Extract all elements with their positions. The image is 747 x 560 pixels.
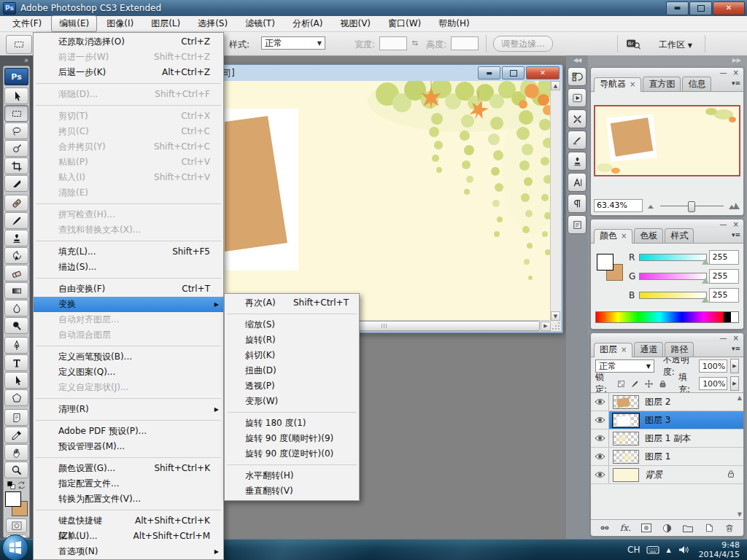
shape-tool[interactable] bbox=[4, 389, 28, 406]
channel-value[interactable]: 255 bbox=[709, 269, 740, 284]
panel-close-icon[interactable]: × bbox=[733, 334, 739, 342]
panel-minimize-icon[interactable]: — bbox=[720, 334, 727, 342]
zoom-out-icon[interactable] bbox=[647, 202, 656, 209]
edit-menu-item-16[interactable]: 填充(L)... Shift+F5 ▶ bbox=[34, 244, 223, 260]
layers-tab-0[interactable]: 图层× bbox=[594, 343, 632, 357]
brush-tool[interactable] bbox=[4, 212, 28, 229]
layer-thumbnail[interactable] bbox=[613, 395, 639, 409]
edit-menu-item-2[interactable]: 后退一步(K) Alt+Ctrl+Z ▶ bbox=[34, 65, 223, 80]
blur-tool[interactable] bbox=[4, 300, 28, 316]
width-input[interactable] bbox=[379, 36, 407, 50]
layer-comps[interactable] bbox=[568, 215, 587, 234]
edit-menu-item-37[interactable]: 键盘快捷键(Z)... Alt+Shift+Ctrl+K ▶ bbox=[34, 513, 223, 529]
zoom-tool[interactable] bbox=[4, 462, 28, 478]
panel-close-icon[interactable]: × bbox=[733, 69, 739, 77]
clock[interactable]: 9:48 2014/4/15 bbox=[699, 540, 740, 559]
type-tool[interactable] bbox=[4, 354, 28, 371]
layer-thumbnail[interactable] bbox=[613, 413, 639, 427]
panel-minimize-icon[interactable]: — bbox=[720, 69, 727, 77]
transform-item-5[interactable]: 扭曲(D) ▶ bbox=[225, 363, 359, 378]
dodge-tool[interactable] bbox=[4, 317, 28, 334]
start-button[interactable] bbox=[1, 534, 29, 560]
actions[interactable] bbox=[568, 88, 587, 107]
hand-tool[interactable] bbox=[4, 444, 28, 461]
style-select[interactable]: 正常▼ bbox=[261, 36, 325, 50]
new-group-icon[interactable] bbox=[681, 522, 694, 534]
layer-row-0[interactable]: 图层 2 bbox=[591, 393, 743, 411]
color-spectrum-ramp[interactable] bbox=[595, 311, 739, 323]
edit-menu-item-1[interactable]: 前进一步(W) Shift+Ctrl+Z ▶ bbox=[34, 50, 223, 65]
dock-collapse-icon[interactable]: ▶▶ bbox=[588, 55, 747, 65]
visibility-toggle[interactable] bbox=[591, 393, 609, 411]
channel-slider[interactable] bbox=[639, 254, 707, 261]
edit-menu-item-30[interactable]: Adobe PDF 预设(P)... ▶ bbox=[34, 424, 223, 439]
edit-menu-item-28[interactable]: 清理(R) ▶ bbox=[34, 402, 223, 417]
layer-row-2[interactable]: 图层 1 副本 bbox=[591, 429, 743, 448]
channel-slider[interactable] bbox=[639, 273, 707, 280]
layers-tab-1[interactable]: 通道× bbox=[634, 342, 663, 357]
menubar-item-3[interactable]: 图层(L) bbox=[143, 15, 188, 32]
bridge-icon[interactable]: Br bbox=[626, 37, 642, 50]
history-brush-tool[interactable] bbox=[4, 247, 28, 264]
edit-menu-item-22[interactable]: 自动混合图层 ▶ bbox=[34, 327, 223, 343]
navigator-tab-1[interactable]: 直方图× bbox=[643, 77, 681, 91]
scroll-down-icon[interactable]: ▼ bbox=[738, 511, 742, 518]
new-layer-icon[interactable] bbox=[703, 522, 716, 534]
edit-menu-item-6[interactable]: 剪切(T) Ctrl+X ▶ bbox=[34, 109, 223, 124]
fill-value[interactable]: 100% bbox=[699, 377, 727, 390]
edit-menu-item-11[interactable]: 清除(E) ▶ bbox=[34, 185, 223, 201]
visibility-toggle[interactable] bbox=[591, 448, 609, 465]
transform-item-7[interactable]: 变形(W) ▶ bbox=[225, 394, 359, 409]
menubar-item-2[interactable]: 图像(I) bbox=[98, 15, 142, 32]
history[interactable] bbox=[568, 67, 587, 86]
color-tab-0[interactable]: 颜色× bbox=[594, 229, 632, 244]
pen-tool[interactable] bbox=[4, 337, 28, 354]
navigator-preview[interactable] bbox=[594, 105, 740, 176]
tool-preset-button[interactable] bbox=[6, 35, 32, 54]
menubar-item-1[interactable]: 编辑(E) bbox=[51, 15, 97, 32]
quick-selection-tool[interactable] bbox=[4, 140, 28, 157]
character[interactable] bbox=[568, 173, 587, 192]
layer-mask-icon[interactable] bbox=[640, 522, 653, 534]
lock-position-icon[interactable] bbox=[643, 378, 654, 389]
panel-close-icon[interactable]: × bbox=[733, 220, 739, 228]
transform-item-4[interactable]: 斜切(K) ▶ bbox=[225, 348, 359, 363]
edit-menu-item-33[interactable]: 颜色设置(G)... Shift+Ctrl+K ▶ bbox=[34, 461, 223, 476]
edit-menu-item-25[interactable]: 定义图案(Q)... ▶ bbox=[34, 365, 223, 380]
edit-menu-item-35[interactable]: 转换为配置文件(V)... ▶ bbox=[34, 491, 223, 507]
lock-pixels-icon[interactable] bbox=[630, 378, 640, 389]
menubar-item-8[interactable]: 窗口(W) bbox=[380, 15, 429, 32]
healing-brush-tool[interactable] bbox=[4, 195, 28, 211]
keyboard-icon[interactable] bbox=[646, 544, 659, 556]
toolbox-collapse-icon[interactable]: » bbox=[0, 55, 33, 65]
layer-row-3[interactable]: 图层 1 bbox=[591, 448, 743, 466]
edit-menu-item-9[interactable]: 粘贴(P) Ctrl+V ▶ bbox=[34, 155, 223, 170]
panel-minimize-icon[interactable]: — bbox=[720, 220, 727, 228]
transform-item-6[interactable]: 透视(P) ▶ bbox=[225, 378, 359, 394]
edit-menu-item-34[interactable]: 指定配置文件... ▶ bbox=[34, 476, 223, 491]
window-resize-grip[interactable] bbox=[551, 321, 561, 331]
eyedropper-tool[interactable] bbox=[4, 427, 28, 443]
minimize-button[interactable]: ▬ bbox=[666, 1, 689, 15]
edit-menu-item-7[interactable]: 拷贝(C) Ctrl+C ▶ bbox=[34, 124, 223, 139]
transform-item-9[interactable]: 旋转 180 度(1) ▶ bbox=[225, 416, 359, 431]
menubar-item-4[interactable]: 选择(S) bbox=[190, 15, 236, 32]
edit-menu-item-14[interactable]: 查找和替换文本(X)... ▶ bbox=[34, 222, 223, 238]
eraser-tool[interactable] bbox=[4, 265, 28, 281]
default-colors-icon[interactable] bbox=[7, 481, 16, 490]
scroll-right-icon[interactable]: ▶ bbox=[541, 322, 551, 331]
edit-menu-item-8[interactable]: 合并拷贝(Y) Shift+Ctrl+C ▶ bbox=[34, 139, 223, 155]
layers-tab-2[interactable]: 路径× bbox=[665, 342, 694, 357]
transform-item-0[interactable]: 再次(A) Shift+Ctrl+T ▶ bbox=[225, 295, 359, 311]
move-tool[interactable] bbox=[4, 88, 28, 104]
navigator-tab-0[interactable]: 导航器× bbox=[594, 77, 641, 92]
scroll-down-icon[interactable]: ▼ bbox=[551, 311, 560, 321]
notes-tool[interactable] bbox=[4, 409, 28, 426]
transform-item-2[interactable]: 缩放(S) ▶ bbox=[225, 317, 359, 332]
tool-presets[interactable] bbox=[568, 109, 587, 128]
height-input[interactable] bbox=[451, 36, 479, 50]
visibility-toggle[interactable] bbox=[591, 466, 609, 483]
workspace-menu[interactable]: 工作区 ▼ bbox=[659, 39, 692, 51]
edit-menu-item-17[interactable]: 描边(S)... ▶ bbox=[34, 260, 223, 275]
layer-style-icon[interactable]: fx. bbox=[619, 522, 632, 534]
